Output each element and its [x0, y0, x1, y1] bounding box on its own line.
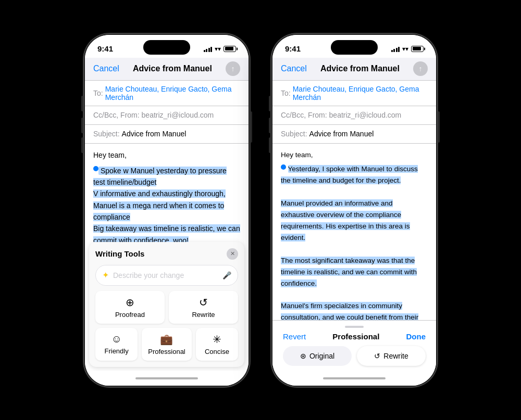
- scene: 9:41 ▾▾ Cancel Advice fro: [83, 33, 438, 387]
- left-describe-input[interactable]: ✦ Describe your change 🎤: [95, 265, 238, 286]
- right-original-icon: ⊛: [300, 352, 306, 360]
- left-close-icon: ✕: [230, 250, 235, 257]
- right-style-label: Professional: [332, 332, 379, 341]
- left-selection-handle-top: [93, 166, 98, 171]
- right-subject-field[interactable]: Subject: Advice from Manuel: [272, 125, 436, 144]
- left-writing-tools-title: Writing Tools: [95, 249, 144, 258]
- left-recipients: Marie Chouteau, Enrique Gacto, Gema Merc…: [105, 85, 240, 101]
- right-dynamic-island: [331, 40, 378, 55]
- right-send-button[interactable]: ↑: [413, 61, 428, 76]
- left-nav-bar: Cancel Advice from Manuel ↑: [85, 58, 249, 81]
- right-nav-bar: Cancel Advice from Manuel ↑: [272, 58, 436, 81]
- right-rewritten-text: Yesterday, I spoke with Manuel to discus…: [281, 165, 420, 320]
- signal-bar-3: [208, 48, 210, 52]
- right-send-icon: ↑: [419, 65, 423, 73]
- right-nav-title: Advice from Manuel: [320, 64, 400, 73]
- left-time: 9:41: [97, 44, 113, 53]
- left-greeting: Hey team,: [93, 150, 240, 161]
- right-to-field[interactable]: To: Marie Chouteau, Enrique Gacto, Gema …: [272, 81, 436, 106]
- right-wifi-icon: ▾▾: [402, 45, 408, 53]
- right-rewrite-button[interactable]: ↺ Rewrite: [357, 346, 426, 366]
- left-concise-button[interactable]: ✳ Concise: [196, 328, 238, 361]
- right-phone: 9:41 ▾▾ Cancel Advice fro: [271, 33, 438, 387]
- left-professional-icon: 💼: [160, 333, 173, 346]
- right-recipients: Marie Chouteau, Enrique Gacto, Gema Merc…: [293, 85, 428, 101]
- right-cc-field[interactable]: Cc/Bcc, From: beatriz_ri@icloud.com: [272, 106, 436, 125]
- right-original-button[interactable]: ⊛ Original: [283, 346, 352, 366]
- left-cc-value: Cc/Bcc, From: beatriz_ri@icloud.com: [93, 111, 214, 119]
- left-subject-value: Advice from Manuel: [122, 130, 187, 138]
- right-cancel-button[interactable]: Cancel: [281, 64, 307, 73]
- left-home-indicator: [85, 371, 249, 386]
- right-rewrite-icon: ↺: [374, 352, 380, 360]
- right-signal-bar-4: [398, 47, 400, 52]
- right-battery: [411, 46, 424, 52]
- right-home-indicator: [272, 371, 436, 386]
- left-proofread-label: Proofread: [115, 311, 145, 319]
- left-rewrite-button[interactable]: ↺ Rewrite: [169, 291, 238, 324]
- left-professional-button[interactable]: 💼 Professional: [142, 328, 192, 361]
- right-signal-bar-1: [391, 50, 393, 52]
- right-style-row: Revert Professional Done: [283, 332, 426, 341]
- right-signal-bar-2: [393, 49, 395, 52]
- right-bottom-toolbar: Revert Professional Done ⊛ Original ↺ Re…: [272, 320, 436, 371]
- left-proofread-icon: ⊕: [126, 296, 134, 309]
- left-mic-icon[interactable]: 🎤: [222, 271, 231, 279]
- left-cc-field[interactable]: Cc/Bcc, From: beatriz_ri@icloud.com: [85, 106, 249, 125]
- right-drag-handle: [345, 326, 364, 328]
- right-revert-button[interactable]: Revert: [283, 332, 306, 341]
- right-cc-value: Cc/Bcc, From: beatriz_ri@icloud.com: [281, 111, 401, 119]
- right-subject-value: Advice from Manuel: [309, 130, 374, 138]
- left-send-icon: ↑: [231, 65, 235, 73]
- left-rewrite-label: Rewrite: [192, 311, 215, 319]
- left-writing-tools-close[interactable]: ✕: [227, 248, 238, 260]
- left-writing-tools-header: Writing Tools ✕: [95, 248, 238, 260]
- left-phone: 9:41 ▾▾ Cancel Advice fro: [83, 33, 250, 387]
- right-signal-bar-3: [396, 48, 398, 52]
- left-tools-grid: ⊕ Proofread ↺ Rewrite: [95, 291, 238, 324]
- left-selected-block: Spoke w Manuel yesterday to pressure tes…: [93, 165, 240, 242]
- right-time: 9:41: [285, 44, 301, 53]
- right-status-icons: ▾▾: [391, 45, 424, 53]
- right-signal: [391, 46, 400, 52]
- left-to-field[interactable]: To: Marie Chouteau, Enrique Gacto, Gema …: [85, 81, 249, 106]
- left-writing-tools-panel: Writing Tools ✕ ✦ Describe your change 🎤…: [89, 242, 244, 367]
- left-proofread-button[interactable]: ⊕ Proofread: [95, 291, 165, 324]
- left-home-bar: [135, 377, 198, 379]
- right-rewritten-block: Yesterday, I spoke with Manuel to discus…: [281, 163, 428, 320]
- right-original-label: Original: [309, 352, 334, 360]
- left-professional-label: Professional: [148, 348, 185, 355]
- left-wifi-icon: ▾▾: [215, 45, 221, 53]
- left-send-button[interactable]: ↑: [226, 61, 240, 76]
- right-battery-fill: [413, 47, 421, 50]
- left-cancel-button[interactable]: Cancel: [93, 64, 119, 73]
- right-drag-handle-row: [283, 326, 426, 328]
- left-subject-label: Subject:: [93, 130, 120, 138]
- dynamic-island: [143, 40, 190, 55]
- left-tools-row2: ☺ Friendly 💼 Professional ✳ Concise: [95, 328, 238, 361]
- right-greeting: Hey team,: [281, 150, 428, 161]
- left-email-body[interactable]: Hey team, Spoke w Manuel yesterday to pr…: [85, 144, 249, 242]
- right-version-row: ⊛ Original ↺ Rewrite: [283, 346, 426, 366]
- left-describe-placeholder: Describe your change: [113, 271, 218, 279]
- right-to-label: To:: [281, 89, 291, 97]
- right-email-content: To: Marie Chouteau, Enrique Gacto, Gema …: [272, 81, 436, 386]
- left-magic-icon: ✦: [102, 270, 109, 280]
- left-friendly-button[interactable]: ☺ Friendly: [95, 328, 138, 361]
- left-status-icons: ▾▾: [204, 45, 237, 53]
- left-to-label: To:: [93, 89, 103, 97]
- signal-bar-1: [204, 50, 205, 52]
- left-nav-title: Advice from Manuel: [133, 64, 212, 73]
- left-rewrite-icon: ↺: [199, 296, 208, 309]
- left-battery-fill: [225, 47, 233, 50]
- right-home-bar: [323, 377, 386, 379]
- left-subject-field[interactable]: Subject: Advice from Manuel: [85, 125, 249, 144]
- right-email-body[interactable]: Hey team, Yesterday, I spoke with Manuel…: [272, 144, 436, 320]
- signal-bar-2: [206, 49, 207, 52]
- right-rewrite-label: Rewrite: [383, 352, 408, 360]
- left-signal: [204, 46, 213, 52]
- left-email-content: To: Marie Chouteau, Enrique Gacto, Gema …: [85, 81, 249, 386]
- left-battery: [224, 46, 236, 52]
- right-done-button[interactable]: Done: [406, 332, 426, 341]
- left-selected-text: Spoke w Manuel yesterday to pressure tes…: [93, 167, 240, 242]
